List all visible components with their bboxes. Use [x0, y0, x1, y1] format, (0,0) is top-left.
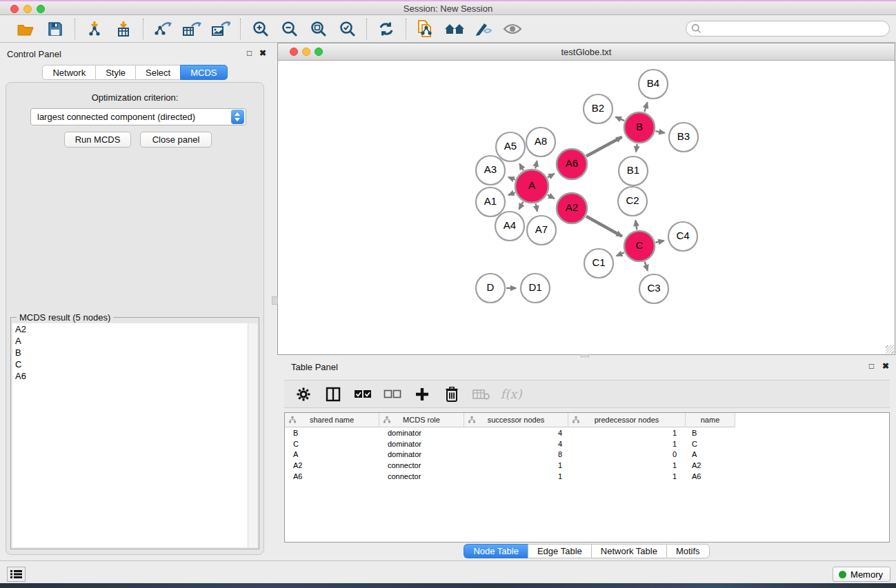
table-cell[interactable]: 1 [464, 472, 568, 480]
graph-node-D[interactable]: D [476, 274, 505, 303]
table-cell[interactable]: 4 [464, 440, 568, 448]
tab-network[interactable]: Network [42, 65, 95, 80]
table-cell[interactable]: A2 [686, 461, 735, 469]
select-all-button[interactable] [353, 384, 372, 405]
graph-edge-A-A5[interactable] [519, 164, 523, 171]
graph-node-A6[interactable]: A6 [557, 149, 587, 179]
close-panel-button[interactable]: Close panel [140, 132, 212, 148]
float-table-panel-icon[interactable]: □ [869, 361, 874, 371]
memory-button[interactable]: Memory [833, 567, 890, 582]
graph-edge-A-A8[interactable] [535, 161, 537, 168]
zoom-fit-button[interactable] [306, 18, 330, 40]
task-history-button[interactable] [7, 567, 26, 582]
table-cell[interactable]: 0 [568, 450, 686, 458]
tab-motifs[interactable]: Motifs [666, 544, 710, 558]
save-session-button[interactable] [43, 18, 67, 40]
graph-node-A[interactable]: A [515, 170, 548, 203]
settings-gear-button[interactable] [294, 384, 313, 405]
table-cell[interactable]: B [285, 429, 379, 437]
graph-node-A8[interactable]: A8 [526, 128, 555, 156]
column-header-successor-nodes[interactable]: successor nodes [464, 413, 568, 427]
home-button[interactable] [443, 18, 466, 40]
graph-node-C3[interactable]: C3 [639, 274, 668, 303]
float-panel-icon[interactable]: □ [247, 48, 252, 58]
tab-style[interactable]: Style [95, 65, 135, 80]
graph-edge-A-A4[interactable] [519, 202, 524, 210]
result-item[interactable]: A2 [12, 323, 248, 335]
tab-mcds[interactable]: MCDS [180, 65, 227, 80]
table-cell[interactable]: dominator [379, 450, 464, 458]
graph-node-A7[interactable]: A7 [527, 216, 556, 245]
graph-node-C1[interactable]: C1 [584, 249, 613, 278]
graph-edge-B-B2[interactable] [616, 117, 625, 121]
table-cell[interactable]: C [686, 440, 735, 448]
network-canvas[interactable]: A A1 A2 A3 A4 A5 A6 A7 A8 B B1 B2 B3 B4 … [278, 61, 895, 354]
result-item[interactable]: B [12, 347, 248, 358]
export-table-button[interactable] [180, 18, 203, 40]
result-scrollbar[interactable] [248, 323, 257, 547]
graph-node-A2[interactable]: A2 [557, 193, 587, 223]
table-cell[interactable]: A [285, 450, 379, 458]
graph-node-A5[interactable]: A5 [496, 132, 525, 161]
add-column-button[interactable] [412, 384, 432, 405]
zoom-selected-button[interactable] [335, 18, 359, 40]
toggle-details-button[interactable] [472, 18, 495, 40]
deselect-all-button[interactable] [383, 384, 402, 405]
graph-edge-A-A2[interactable] [548, 195, 555, 199]
graph-edge-C-C4[interactable] [655, 241, 664, 243]
graph-node-C[interactable]: C [624, 231, 655, 261]
table-cell[interactable]: A [686, 450, 735, 458]
graph-node-B3[interactable]: B3 [669, 123, 698, 152]
table-cell[interactable]: connector [379, 472, 464, 480]
graph-node-A3[interactable]: A3 [476, 156, 505, 185]
zoom-out-button[interactable] [277, 18, 301, 40]
graph-edge-B-B3[interactable] [655, 131, 664, 133]
graph-edge-A-A6[interactable] [548, 174, 555, 177]
table-row[interactable]: Bdominator41B [285, 427, 889, 438]
graph-edge-A-A3[interactable] [508, 177, 515, 180]
graph-node-C2[interactable]: C2 [618, 187, 647, 216]
vertical-splitter-grip[interactable] [272, 296, 278, 305]
table-cell[interactable]: B [686, 429, 735, 437]
result-item[interactable]: A [12, 335, 248, 347]
zoom-in-button[interactable] [248, 18, 272, 40]
column-header-predecessor-nodes[interactable]: predecessor nodes [568, 413, 686, 427]
graph-edge-C-C2[interactable] [635, 221, 637, 230]
graph-node-B1[interactable]: B1 [619, 156, 648, 185]
graph-node-A4[interactable]: A4 [495, 212, 524, 241]
refresh-button[interactable] [375, 18, 398, 40]
graph-edge-A6-B[interactable] [586, 137, 621, 156]
table-row[interactable]: A6connector11A6 [285, 471, 889, 482]
criterion-select[interactable]: largest connected component (directed) [30, 108, 246, 125]
table-row[interactable]: Cdominator41C [285, 438, 889, 449]
table-cell[interactable]: 4 [464, 429, 568, 437]
open-session-button[interactable] [14, 18, 38, 40]
tab-network-table[interactable]: Network Table [591, 544, 666, 558]
table-row[interactable]: A2connector11A2 [285, 460, 889, 471]
table-cell[interactable]: A6 [285, 472, 379, 480]
graph-node-B[interactable]: B [624, 112, 655, 143]
graph-edge-A2-C[interactable] [586, 216, 622, 236]
graph-edge-B-B4[interactable] [644, 103, 647, 112]
table-cell[interactable]: dominator [379, 440, 464, 448]
export-network-button[interactable] [151, 18, 175, 40]
import-table-button[interactable] [112, 18, 135, 40]
copy-network-button[interactable] [414, 18, 437, 40]
graph-node-D1[interactable]: D1 [521, 274, 550, 303]
mcds-result-list[interactable]: A2ABCA6 [12, 323, 248, 547]
column-header-name[interactable]: name [686, 413, 735, 427]
search-input[interactable] [686, 21, 890, 37]
graph-edge-A-A1[interactable] [508, 192, 515, 195]
table-cell[interactable]: 1 [568, 440, 686, 448]
table-cell[interactable]: 8 [464, 450, 568, 458]
table-cell[interactable]: A2 [285, 461, 379, 469]
graph-node-B2[interactable]: B2 [584, 94, 613, 123]
column-view-button[interactable] [323, 384, 343, 405]
tab-node-table[interactable]: Node Table [464, 544, 528, 558]
table-cell[interactable]: 1 [568, 429, 686, 437]
import-network-button[interactable] [83, 18, 106, 40]
window-resize-grip[interactable] [886, 345, 894, 354]
graph-edge-B-B1[interactable] [636, 144, 637, 152]
show-eye-button[interactable] [501, 18, 524, 40]
graph-edge-A-A7[interactable] [536, 203, 537, 211]
